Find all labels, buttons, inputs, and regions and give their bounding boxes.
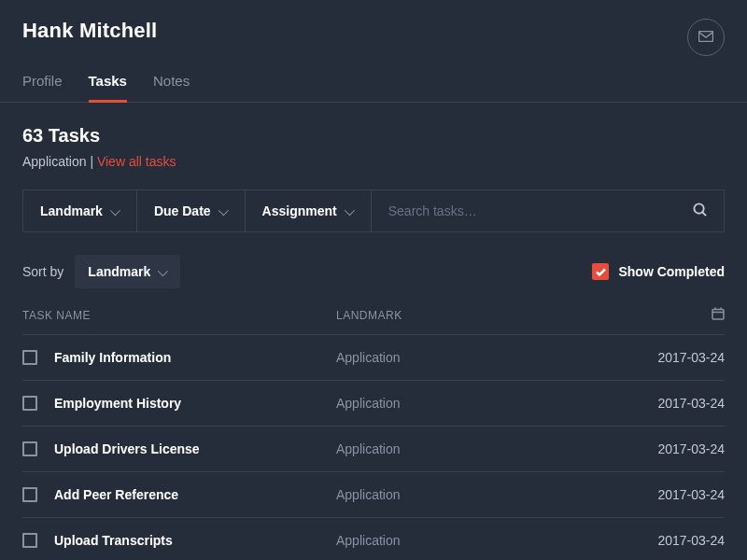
row-date: 2017-03-24 bbox=[631, 396, 725, 411]
content: 63 Tasks Application | View all tasks La… bbox=[0, 103, 747, 560]
checkbox-empty[interactable] bbox=[22, 487, 37, 502]
chevron-down-icon bbox=[345, 208, 354, 214]
row-name: Family Information bbox=[54, 350, 336, 365]
row-checkbox-cell bbox=[22, 487, 54, 502]
row-landmark: Application bbox=[336, 533, 631, 548]
checkbox-empty[interactable] bbox=[22, 441, 37, 456]
filter-label: Assignment bbox=[262, 203, 337, 218]
page-title: Hank Mitchell bbox=[22, 19, 157, 43]
svg-line-2 bbox=[702, 212, 706, 216]
sort-controls: Sort by Landmark bbox=[22, 255, 180, 288]
breadcrumb: Application | View all tasks bbox=[22, 154, 725, 169]
row-name: Upload Drivers License bbox=[54, 441, 336, 456]
view-all-link[interactable]: View all tasks bbox=[97, 154, 176, 169]
svg-point-1 bbox=[694, 203, 703, 213]
table-header: TASK NAME LANDMARK bbox=[22, 307, 725, 335]
row-date: 2017-03-24 bbox=[631, 533, 725, 548]
checkbox-checked-icon bbox=[592, 263, 609, 280]
calendar-icon bbox=[712, 307, 725, 323]
chevron-down-icon bbox=[110, 208, 120, 214]
column-date bbox=[631, 307, 725, 323]
svg-rect-3 bbox=[712, 310, 724, 320]
column-landmark: LANDMARK bbox=[336, 309, 631, 322]
filters-row: Landmark Due Date Assignment bbox=[22, 189, 725, 232]
show-completed-label: Show Completed bbox=[618, 264, 725, 279]
table-body: Family Information Application 2017-03-2… bbox=[22, 335, 725, 560]
tabs: Profile Tasks Notes bbox=[22, 73, 725, 102]
row-checkbox-cell bbox=[22, 441, 54, 456]
row-name: Upload Transcripts bbox=[54, 533, 336, 548]
sort-dropdown[interactable]: Landmark bbox=[75, 255, 180, 288]
header: Hank Mitchell Profile Tasks Notes bbox=[0, 0, 747, 103]
table-row[interactable]: Family Information Application 2017-03-2… bbox=[22, 335, 725, 381]
svg-rect-0 bbox=[699, 32, 713, 42]
table-row[interactable]: Add Peer Reference Application 2017-03-2… bbox=[22, 472, 725, 518]
checkbox-empty[interactable] bbox=[22, 396, 37, 411]
table-row[interactable]: Employment History Application 2017-03-2… bbox=[22, 381, 725, 427]
show-completed-toggle[interactable]: Show Completed bbox=[592, 263, 725, 280]
filter-assignment[interactable]: Assignment bbox=[246, 189, 372, 232]
row-landmark: Application bbox=[336, 350, 631, 365]
row-landmark: Application bbox=[336, 396, 631, 411]
filter-landmark[interactable]: Landmark bbox=[22, 189, 137, 232]
row-checkbox-cell bbox=[22, 350, 54, 365]
sort-value: Landmark bbox=[88, 264, 150, 279]
header-top: Hank Mitchell bbox=[22, 19, 725, 56]
row-date: 2017-03-24 bbox=[631, 441, 725, 456]
column-task-name: TASK NAME bbox=[22, 309, 336, 322]
mail-button[interactable] bbox=[687, 19, 725, 56]
breadcrumb-scope: Application bbox=[22, 154, 87, 169]
sort-row: Sort by Landmark Show Completed bbox=[22, 255, 725, 288]
search-box bbox=[372, 189, 725, 232]
row-checkbox-cell bbox=[22, 533, 54, 548]
tab-notes[interactable]: Notes bbox=[153, 73, 190, 102]
task-count: 63 Tasks bbox=[22, 125, 725, 147]
table-row[interactable]: Upload Drivers License Application 2017-… bbox=[22, 427, 725, 472]
row-checkbox-cell bbox=[22, 396, 54, 411]
checkbox-empty[interactable] bbox=[22, 350, 37, 365]
sort-label: Sort by bbox=[22, 264, 63, 279]
checkbox-empty[interactable] bbox=[22, 533, 37, 548]
filter-label: Due Date bbox=[154, 203, 211, 218]
row-name: Add Peer Reference bbox=[54, 487, 336, 502]
table-row[interactable]: Upload Transcripts Application 2017-03-2… bbox=[22, 518, 725, 560]
search-icon[interactable] bbox=[693, 203, 707, 220]
filter-due-date[interactable]: Due Date bbox=[137, 189, 246, 232]
row-name: Employment History bbox=[54, 396, 336, 411]
search-input[interactable] bbox=[388, 203, 693, 218]
mail-icon bbox=[698, 29, 713, 46]
tab-tasks[interactable]: Tasks bbox=[89, 73, 127, 102]
row-date: 2017-03-24 bbox=[631, 350, 725, 365]
row-landmark: Application bbox=[336, 487, 631, 502]
filter-label: Landmark bbox=[40, 203, 103, 218]
row-date: 2017-03-24 bbox=[631, 487, 725, 502]
chevron-down-icon bbox=[158, 269, 167, 274]
breadcrumb-separator: | bbox=[87, 154, 97, 169]
chevron-down-icon bbox=[218, 208, 228, 214]
row-landmark: Application bbox=[336, 441, 631, 456]
tab-profile[interactable]: Profile bbox=[22, 73, 63, 102]
